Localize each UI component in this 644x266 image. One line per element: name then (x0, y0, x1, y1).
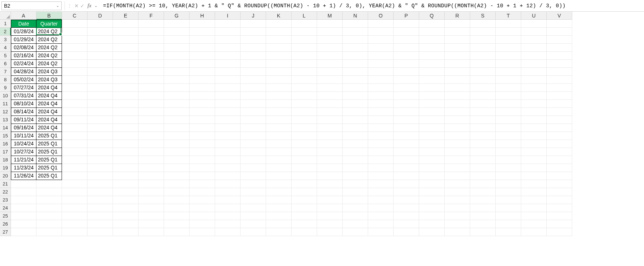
cell[interactable] (394, 36, 419, 44)
cell[interactable] (521, 116, 547, 124)
cell[interactable] (215, 140, 241, 148)
cell[interactable] (113, 164, 138, 172)
cell[interactable] (419, 36, 445, 44)
cell[interactable] (317, 60, 343, 68)
cell[interactable] (292, 180, 317, 188)
cell[interactable] (266, 180, 292, 188)
cell[interactable] (292, 164, 317, 172)
cell[interactable] (11, 228, 36, 236)
cell[interactable] (164, 116, 190, 124)
chevron-down-icon[interactable]: ⌄ (94, 4, 99, 8)
cell[interactable] (547, 116, 572, 124)
cell[interactable] (445, 228, 470, 236)
cell[interactable] (62, 100, 87, 108)
cell[interactable] (547, 148, 572, 156)
cell[interactable] (266, 140, 292, 148)
cell[interactable] (138, 20, 164, 28)
cell[interactable] (470, 156, 496, 164)
cell[interactable] (113, 220, 138, 228)
cell-date[interactable]: 02/16/24 (11, 52, 36, 60)
cell[interactable] (215, 84, 241, 92)
cell[interactable] (470, 188, 496, 196)
cell[interactable] (164, 84, 190, 92)
cell[interactable] (215, 172, 241, 180)
cell[interactable] (62, 60, 87, 68)
cell[interactable] (36, 220, 62, 228)
cell[interactable] (419, 92, 445, 100)
cell-date[interactable]: 08/10/24 (11, 100, 36, 108)
row-header-7[interactable]: 7 (0, 68, 11, 76)
cell-quarter[interactable]: 2025 Q1 (36, 148, 62, 156)
cell[interactable] (87, 20, 113, 28)
cell[interactable] (394, 68, 419, 76)
cell[interactable] (394, 52, 419, 60)
cell[interactable] (113, 188, 138, 196)
cell[interactable] (113, 36, 138, 44)
cell[interactable] (138, 52, 164, 60)
cell[interactable] (241, 204, 266, 212)
cell[interactable] (521, 44, 547, 52)
cell[interactable] (343, 60, 368, 68)
cell[interactable] (62, 180, 87, 188)
cell[interactable] (343, 228, 368, 236)
cell[interactable] (317, 172, 343, 180)
cell[interactable] (138, 84, 164, 92)
cell[interactable] (292, 76, 317, 84)
cell[interactable] (343, 28, 368, 36)
cell[interactable] (521, 212, 547, 220)
cell[interactable] (87, 116, 113, 124)
cell[interactable] (215, 196, 241, 204)
cell[interactable] (521, 164, 547, 172)
cell[interactable] (138, 68, 164, 76)
cell[interactable] (241, 188, 266, 196)
cell[interactable] (190, 188, 215, 196)
cell[interactable] (113, 180, 138, 188)
cell[interactable] (266, 124, 292, 132)
cell-quarter[interactable]: 2025 Q1 (36, 164, 62, 172)
cell[interactable] (445, 36, 470, 44)
cell[interactable] (394, 188, 419, 196)
cell-date[interactable]: 11/21/24 (11, 156, 36, 164)
cell[interactable] (470, 116, 496, 124)
cell[interactable] (113, 92, 138, 100)
cell[interactable] (266, 84, 292, 92)
cell[interactable] (11, 196, 36, 204)
cell[interactable] (496, 220, 521, 228)
cell[interactable] (368, 68, 394, 76)
column-header-d[interactable]: D (87, 12, 113, 20)
cell[interactable] (164, 100, 190, 108)
cell[interactable] (241, 196, 266, 204)
cell[interactable] (368, 148, 394, 156)
cell[interactable] (164, 124, 190, 132)
cell[interactable] (266, 220, 292, 228)
cell[interactable] (138, 204, 164, 212)
cell[interactable] (470, 124, 496, 132)
cell[interactable] (36, 188, 62, 196)
cell[interactable] (343, 124, 368, 132)
cell[interactable] (138, 124, 164, 132)
cell[interactable] (266, 116, 292, 124)
cell[interactable] (368, 188, 394, 196)
column-header-s[interactable]: S (470, 12, 496, 20)
cell[interactable] (419, 140, 445, 148)
cell[interactable] (266, 44, 292, 52)
cell[interactable] (419, 148, 445, 156)
cell[interactable] (521, 132, 547, 140)
cell[interactable] (547, 52, 572, 60)
cell[interactable] (521, 156, 547, 164)
cell[interactable] (62, 68, 87, 76)
cell[interactable] (445, 148, 470, 156)
cell-quarter[interactable]: 2025 Q1 (36, 132, 62, 140)
cell[interactable] (36, 204, 62, 212)
cell[interactable] (547, 172, 572, 180)
cell[interactable] (496, 148, 521, 156)
cell[interactable] (470, 68, 496, 76)
cell[interactable] (343, 156, 368, 164)
cell[interactable] (470, 172, 496, 180)
cell[interactable] (62, 28, 87, 36)
cell[interactable] (138, 220, 164, 228)
cell[interactable] (394, 212, 419, 220)
cell[interactable] (521, 68, 547, 76)
cell[interactable] (138, 180, 164, 188)
cell[interactable] (394, 28, 419, 36)
